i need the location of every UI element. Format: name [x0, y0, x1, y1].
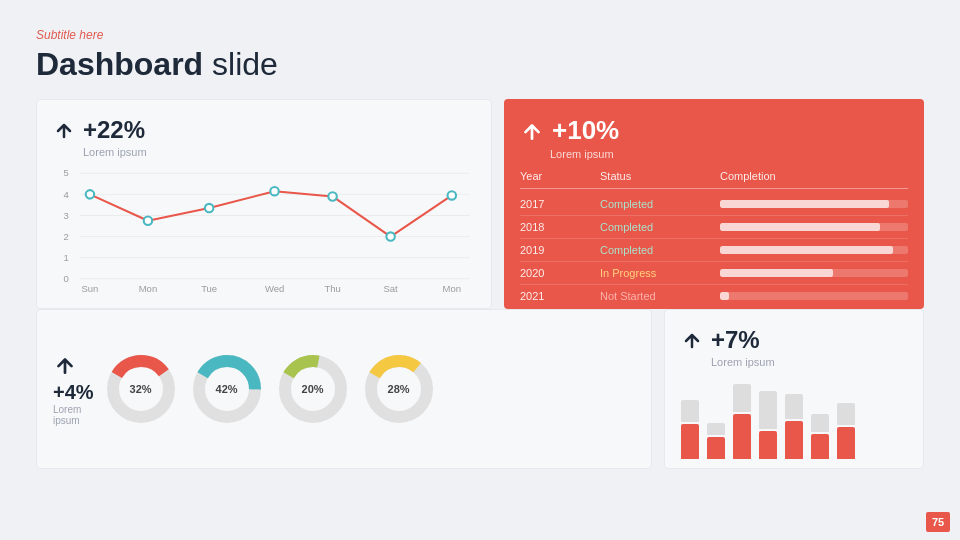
svg-text:Sat: Sat [383, 283, 398, 294]
col-year: Year [520, 170, 600, 182]
pie-label-3: 20% [302, 383, 324, 395]
table-metric-header: +10% [520, 115, 908, 146]
table-metric-value: +10% [552, 115, 619, 146]
svg-point-13 [144, 217, 152, 225]
bar-secondary [837, 403, 855, 425]
bar-main [785, 421, 803, 459]
svg-text:0: 0 [64, 273, 69, 284]
svg-point-14 [205, 204, 213, 212]
pie-item-3: 20% [278, 354, 348, 424]
svg-text:Thu: Thu [324, 283, 340, 294]
progress-2019 [720, 246, 908, 254]
bar-group [811, 414, 829, 459]
line-chart-svg: 5 4 3 2 1 0 [53, 166, 475, 297]
bar-main [837, 427, 855, 459]
year-2021: 2021 [520, 290, 600, 302]
table-card: +10% Lorem ipsum Year Status Completion … [504, 99, 924, 309]
table-row: 2019 Completed [520, 239, 908, 262]
year-2018: 2018 [520, 221, 600, 233]
pie-label-4: 28% [388, 383, 410, 395]
status-2018: Completed [600, 221, 720, 233]
pie-metric-value: +4% [53, 381, 94, 404]
slide-title: Dashboard slide [36, 46, 924, 83]
table-row: 2018 Completed [520, 216, 908, 239]
line-metric-header: +22% [53, 116, 475, 144]
bar-group [759, 391, 777, 459]
bar-metric-header: +7% [681, 326, 907, 354]
status-2017: Completed [600, 198, 720, 210]
title-bold: Dashboard [36, 46, 203, 82]
svg-point-15 [270, 187, 278, 195]
pie-item-2: 42% [192, 354, 262, 424]
progress-2017 [720, 200, 908, 208]
col-completion: Completion [720, 170, 908, 182]
progress-2018 [720, 223, 908, 231]
bar-secondary [707, 423, 725, 435]
arrow-up-icon [53, 119, 75, 141]
bar-metric-value: +7% [711, 326, 760, 354]
progress-fill-2021 [720, 292, 729, 300]
pie-item-1: 32% [106, 354, 176, 424]
bar-chart-area [681, 376, 907, 459]
table-row: 2017 Completed [520, 193, 908, 216]
bar-group [681, 400, 699, 459]
svg-text:Mon: Mon [139, 283, 157, 294]
bar-group [785, 394, 803, 459]
bar-main [707, 437, 725, 459]
svg-text:3: 3 [64, 210, 69, 221]
pies-row: 32% 42% 20% [106, 354, 635, 424]
slide-header: Subtitle here Dashboard slide [36, 28, 924, 83]
progress-2021 [720, 292, 908, 300]
svg-point-18 [448, 191, 456, 199]
progress-2020 [720, 269, 908, 277]
svg-point-16 [328, 192, 336, 200]
bottom-row: +4% Lorem ipsum 32% [36, 309, 924, 469]
svg-text:4: 4 [64, 189, 69, 200]
bar-metric-label: Lorem ipsum [711, 356, 907, 368]
col-status: Status [600, 170, 720, 182]
svg-text:2: 2 [64, 231, 69, 242]
status-2019: Completed [600, 244, 720, 256]
progress-fill-2018 [720, 223, 880, 231]
year-2017: 2017 [520, 198, 600, 210]
table-metric-label: Lorem ipsum [550, 148, 908, 160]
svg-point-17 [386, 232, 394, 240]
svg-text:Mon: Mon [443, 283, 461, 294]
pie-label-2: 42% [216, 383, 238, 395]
top-row: +22% Lorem ipsum 5 4 3 2 1 0 [36, 99, 924, 309]
table-body: 2017 Completed 2018 Completed 2019 Compl… [520, 193, 908, 307]
bar-group [733, 384, 751, 459]
bar-arrow-icon [681, 329, 703, 351]
bar-secondary [759, 391, 777, 429]
svg-text:Sun: Sun [81, 283, 98, 294]
line-chart-area: 5 4 3 2 1 0 [53, 166, 475, 297]
pie-chart-card: +4% Lorem ipsum 32% [36, 309, 652, 469]
status-2021: Not Started [600, 290, 720, 302]
table-row: 2021 Not Started [520, 285, 908, 307]
pie-item-4: 28% [364, 354, 434, 424]
svg-text:Tue: Tue [201, 283, 217, 294]
title-rest: slide [203, 46, 278, 82]
table-header: Year Status Completion [520, 170, 908, 189]
bar-secondary [681, 400, 699, 422]
bar-group [837, 403, 855, 459]
bar-main [811, 434, 829, 459]
bar-secondary [733, 384, 751, 412]
pie-arrow-icon [53, 353, 77, 377]
progress-fill-2017 [720, 200, 889, 208]
bar-main [681, 424, 699, 459]
table-row: 2020 In Progress [520, 262, 908, 285]
svg-point-12 [86, 190, 94, 198]
pie-metric-label: Lorem ipsum [53, 404, 94, 426]
svg-text:1: 1 [64, 252, 69, 263]
line-metric-label: Lorem ipsum [83, 146, 475, 158]
line-chart-card: +22% Lorem ipsum 5 4 3 2 1 0 [36, 99, 492, 309]
year-2019: 2019 [520, 244, 600, 256]
bar-secondary [811, 414, 829, 432]
line-metric-value: +22% [83, 116, 145, 144]
year-2020: 2020 [520, 267, 600, 279]
bar-main [733, 414, 751, 459]
progress-fill-2019 [720, 246, 893, 254]
bar-group [707, 423, 725, 459]
bar-main [759, 431, 777, 459]
